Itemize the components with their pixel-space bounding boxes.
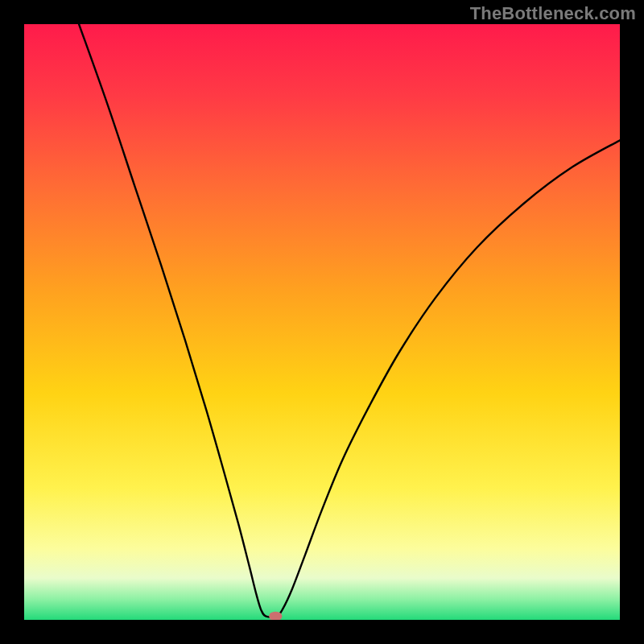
optimum-marker [269,612,282,621]
watermark-text: TheBottleneck.com [470,3,636,24]
chart-frame: { "watermark": "TheBottleneck.com", "cha… [0,0,644,644]
bottleneck-chart [0,0,644,644]
gradient-background [24,24,620,620]
